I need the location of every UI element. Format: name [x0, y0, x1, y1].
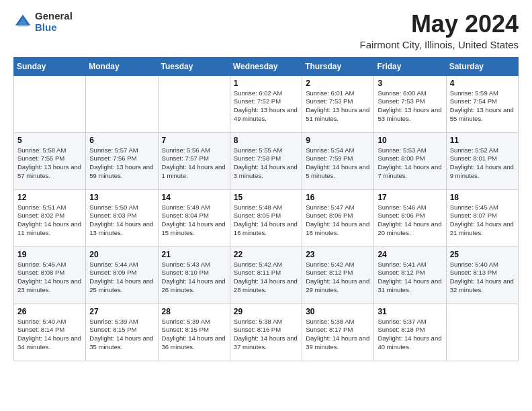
day-info: Sunrise: 5:40 AM Sunset: 8:13 PM Dayligh… — [450, 261, 515, 295]
title-block: May 2024 Fairmont City, Illinois, United… — [360, 11, 519, 50]
day-info: Sunrise: 5:38 AM Sunset: 8:16 PM Dayligh… — [234, 318, 298, 352]
day-number: 7 — [162, 136, 226, 145]
week-row-1: 5Sunrise: 5:58 AM Sunset: 7:55 PM Daylig… — [14, 132, 519, 189]
day-cell: 30Sunrise: 5:38 AM Sunset: 8:17 PM Dayli… — [302, 304, 374, 361]
day-cell: 4Sunrise: 5:59 AM Sunset: 7:54 PM Daylig… — [446, 75, 518, 132]
header-day-saturday: Saturday — [446, 57, 518, 75]
header-day-friday: Friday — [374, 57, 446, 75]
day-number: 23 — [306, 250, 370, 259]
logo-general: General — [35, 11, 73, 22]
day-info: Sunrise: 5:43 AM Sunset: 8:10 PM Dayligh… — [162, 261, 226, 295]
calendar-header: SundayMondayTuesdayWednesdayThursdayFrid… — [14, 57, 519, 75]
day-cell: 15Sunrise: 5:48 AM Sunset: 8:05 PM Dayli… — [230, 189, 302, 246]
day-number: 26 — [17, 307, 82, 316]
calendar-title: May 2024 — [360, 11, 519, 38]
logo: General Blue — [13, 11, 73, 33]
day-number: 8 — [234, 136, 298, 145]
header-day-monday: Monday — [86, 57, 158, 75]
day-cell: 16Sunrise: 5:47 AM Sunset: 8:06 PM Dayli… — [302, 189, 374, 246]
day-number: 22 — [234, 250, 298, 259]
day-cell: 8Sunrise: 5:55 AM Sunset: 7:58 PM Daylig… — [230, 132, 302, 189]
day-number: 30 — [306, 307, 370, 316]
day-info: Sunrise: 5:44 AM Sunset: 8:09 PM Dayligh… — [89, 261, 154, 295]
day-number: 5 — [17, 136, 82, 145]
day-number: 27 — [89, 307, 154, 316]
day-cell: 28Sunrise: 5:39 AM Sunset: 8:15 PM Dayli… — [158, 304, 230, 361]
week-row-4: 26Sunrise: 5:40 AM Sunset: 8:14 PM Dayli… — [14, 304, 519, 361]
day-info: Sunrise: 6:01 AM Sunset: 7:53 PM Dayligh… — [306, 89, 370, 124]
logo-icon — [13, 13, 32, 32]
day-cell: 3Sunrise: 6:00 AM Sunset: 7:53 PM Daylig… — [374, 75, 446, 132]
day-cell: 14Sunrise: 5:49 AM Sunset: 8:04 PM Dayli… — [158, 189, 230, 246]
day-number: 19 — [17, 250, 82, 259]
day-cell: 9Sunrise: 5:54 AM Sunset: 7:59 PM Daylig… — [302, 132, 374, 189]
day-cell: 18Sunrise: 5:45 AM Sunset: 8:07 PM Dayli… — [446, 189, 518, 246]
day-cell: 21Sunrise: 5:43 AM Sunset: 8:10 PM Dayli… — [158, 246, 230, 304]
day-number: 6 — [89, 136, 154, 145]
day-number: 31 — [378, 307, 442, 316]
day-number: 20 — [89, 250, 154, 259]
header-day-wednesday: Wednesday — [230, 57, 302, 75]
day-number: 2 — [306, 79, 370, 88]
day-info: Sunrise: 5:41 AM Sunset: 8:12 PM Dayligh… — [378, 261, 442, 295]
day-cell: 5Sunrise: 5:58 AM Sunset: 7:55 PM Daylig… — [14, 132, 86, 189]
day-cell: 7Sunrise: 5:56 AM Sunset: 7:57 PM Daylig… — [158, 132, 230, 189]
day-info: Sunrise: 5:37 AM Sunset: 8:18 PM Dayligh… — [378, 318, 442, 352]
day-number: 28 — [162, 307, 226, 316]
day-number: 1 — [234, 79, 298, 88]
day-info: Sunrise: 5:53 AM Sunset: 8:00 PM Dayligh… — [378, 146, 442, 181]
day-number: 11 — [450, 136, 515, 145]
day-info: Sunrise: 5:50 AM Sunset: 8:03 PM Dayligh… — [89, 203, 154, 238]
header-row: SundayMondayTuesdayWednesdayThursdayFrid… — [14, 57, 519, 75]
week-row-2: 12Sunrise: 5:51 AM Sunset: 8:02 PM Dayli… — [14, 189, 519, 246]
week-row-3: 19Sunrise: 5:45 AM Sunset: 8:08 PM Dayli… — [14, 246, 519, 304]
day-cell — [158, 75, 230, 132]
day-info: Sunrise: 5:48 AM Sunset: 8:05 PM Dayligh… — [234, 203, 298, 238]
day-cell: 11Sunrise: 5:52 AM Sunset: 8:01 PM Dayli… — [446, 132, 518, 189]
logo-text: General Blue — [35, 11, 73, 33]
day-cell: 10Sunrise: 5:53 AM Sunset: 8:00 PM Dayli… — [374, 132, 446, 189]
day-info: Sunrise: 5:40 AM Sunset: 8:14 PM Dayligh… — [17, 318, 82, 352]
day-info: Sunrise: 5:59 AM Sunset: 7:54 PM Dayligh… — [450, 89, 515, 124]
day-cell: 6Sunrise: 5:57 AM Sunset: 7:56 PM Daylig… — [86, 132, 158, 189]
day-cell: 20Sunrise: 5:44 AM Sunset: 8:09 PM Dayli… — [86, 246, 158, 304]
day-number: 9 — [306, 136, 370, 145]
day-cell: 2Sunrise: 6:01 AM Sunset: 7:53 PM Daylig… — [302, 75, 374, 132]
week-row-0: 1Sunrise: 6:02 AM Sunset: 7:52 PM Daylig… — [14, 75, 519, 132]
day-cell: 19Sunrise: 5:45 AM Sunset: 8:08 PM Dayli… — [14, 246, 86, 304]
day-cell — [446, 304, 518, 361]
page-header: General Blue May 2024 Fairmont City, Ill… — [13, 11, 519, 50]
day-number: 25 — [450, 250, 515, 259]
day-info: Sunrise: 5:45 AM Sunset: 8:08 PM Dayligh… — [17, 261, 82, 295]
day-cell — [86, 75, 158, 132]
day-cell: 27Sunrise: 5:39 AM Sunset: 8:15 PM Dayli… — [86, 304, 158, 361]
day-number: 17 — [378, 193, 442, 202]
day-cell: 12Sunrise: 5:51 AM Sunset: 8:02 PM Dayli… — [14, 189, 86, 246]
day-info: Sunrise: 5:42 AM Sunset: 8:12 PM Dayligh… — [306, 261, 370, 295]
day-info: Sunrise: 5:52 AM Sunset: 8:01 PM Dayligh… — [450, 146, 515, 181]
header-day-thursday: Thursday — [302, 57, 374, 75]
day-number: 29 — [234, 307, 298, 316]
day-cell: 25Sunrise: 5:40 AM Sunset: 8:13 PM Dayli… — [446, 246, 518, 304]
calendar-body: 1Sunrise: 6:02 AM Sunset: 7:52 PM Daylig… — [14, 75, 519, 361]
day-number: 21 — [162, 250, 226, 259]
day-info: Sunrise: 5:51 AM Sunset: 8:02 PM Dayligh… — [17, 203, 82, 238]
header-day-sunday: Sunday — [14, 57, 86, 75]
calendar-table: SundayMondayTuesdayWednesdayThursdayFrid… — [13, 57, 519, 361]
day-info: Sunrise: 5:39 AM Sunset: 8:15 PM Dayligh… — [89, 318, 154, 352]
day-cell: 17Sunrise: 5:46 AM Sunset: 8:06 PM Dayli… — [374, 189, 446, 246]
day-info: Sunrise: 5:46 AM Sunset: 8:06 PM Dayligh… — [378, 203, 442, 238]
day-cell: 22Sunrise: 5:42 AM Sunset: 8:11 PM Dayli… — [230, 246, 302, 304]
day-info: Sunrise: 5:38 AM Sunset: 8:17 PM Dayligh… — [306, 318, 370, 352]
day-info: Sunrise: 5:57 AM Sunset: 7:56 PM Dayligh… — [89, 146, 154, 181]
day-number: 14 — [162, 193, 226, 202]
day-info: Sunrise: 5:45 AM Sunset: 8:07 PM Dayligh… — [450, 203, 515, 238]
day-number: 10 — [378, 136, 442, 145]
day-cell: 29Sunrise: 5:38 AM Sunset: 8:16 PM Dayli… — [230, 304, 302, 361]
day-number: 18 — [450, 193, 515, 202]
day-info: Sunrise: 6:00 AM Sunset: 7:53 PM Dayligh… — [378, 89, 442, 124]
day-number: 15 — [234, 193, 298, 202]
day-info: Sunrise: 5:49 AM Sunset: 8:04 PM Dayligh… — [162, 203, 226, 238]
day-info: Sunrise: 6:02 AM Sunset: 7:52 PM Dayligh… — [234, 89, 298, 124]
day-info: Sunrise: 5:55 AM Sunset: 7:58 PM Dayligh… — [234, 146, 298, 181]
